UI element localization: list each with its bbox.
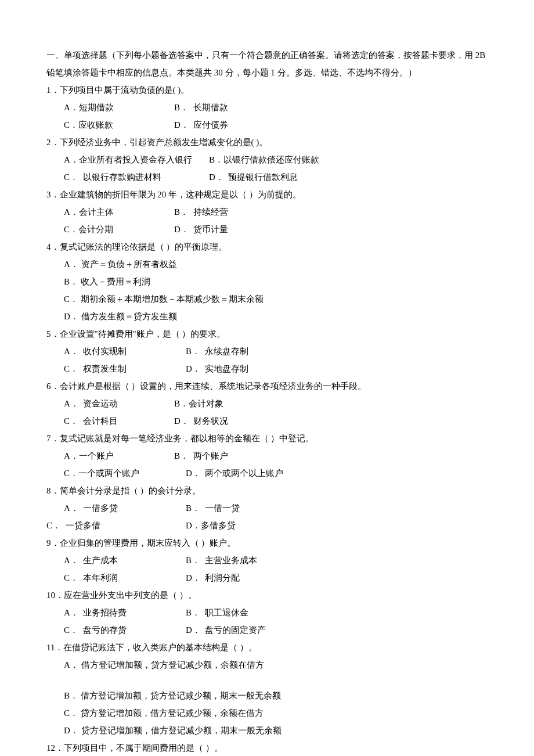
option-a: A． 一借多贷 <box>46 499 186 517</box>
question-5: 5．企业设置"待摊费用"账户，是（ ）的要求。 A． 收付实现制 B． 永续盘存… <box>46 325 488 377</box>
question-10: 10．应在营业外支出中列支的是（ ）。 A． 业务招待费 B． 职工退休金 C．… <box>46 586 488 639</box>
option-d: D． 贷方登记增加额，借方登记减少额，期末一般无余额 <box>46 722 488 739</box>
option-d: D． 利润分配 <box>186 569 240 586</box>
option-b: B． 长期借款 <box>174 99 228 116</box>
question-stem: 9．企业归集的管理费用，期末应转入（ ）账户。 <box>46 534 488 552</box>
question-stem: 12．下列项目中，不属于期间费用的是（ ）。 <box>46 739 488 757</box>
question-stem: 11．在借贷记账法下，收入类账户的基本结构是（ ）。 <box>46 639 488 656</box>
option-a: A． 资金运动 <box>46 395 174 412</box>
question-11: 11．在借贷记账法下，收入类账户的基本结构是（ ）。 A． 借方登记增加额，贷方… <box>46 639 488 739</box>
option-b: B． 持续经营 <box>174 203 228 221</box>
option-b: B． 借方登记增加额，贷方登记减少额，期末一般无余额 <box>46 687 488 704</box>
option-d: D．多借多贷 <box>186 517 236 534</box>
option-b: B． 职工退休金 <box>186 604 248 621</box>
question-3: 3．企业建筑物的折旧年限为 20 年，这种规定是以（ ）为前提的。 A．会计主体… <box>46 186 488 238</box>
question-8: 8．简单会计分录是指（ ）的会计分录。 A． 一借多贷 B． 一借一贷 C． 一… <box>46 482 488 534</box>
option-a: A． 借方登记增加额，贷方登记减少额，余额在借方 <box>46 656 488 674</box>
option-d: D． 财务状况 <box>174 412 228 430</box>
option-d: D． 应付债券 <box>174 116 228 134</box>
question-12: 12．下列项目中，不属于期间费用的是（ ）。 A． 营业费用 B． 财务费用 <box>46 739 488 757</box>
question-7: 7．复式记账就是对每一笔经济业务，都以相等的金额在（ ）中登记。 A．一个账户 … <box>46 430 488 482</box>
question-4: 4．复式记账法的理论依据是（ ）的平衡原理。 A． 资产＝负债＋所有者权益 B．… <box>46 238 488 325</box>
section-header: 一、单项选择题（下列每小题备选答案中，只有一个符合题意的正确答案。请将选定的答案… <box>46 46 488 81</box>
question-stem: 3．企业建筑物的折旧年限为 20 年，这种规定是以（ ）为前提的。 <box>46 186 488 203</box>
option-b: B． 两个账户 <box>174 447 228 465</box>
option-d: D． 盘亏的固定资产 <box>186 621 266 639</box>
question-2: 2．下列经济业务中，引起资产总额发生增减变化的是( )。 A．企业所有者投入资金… <box>46 134 488 186</box>
option-d: D． 预提银行借款利息 <box>209 168 298 186</box>
option-a: A． 业务招待费 <box>46 604 186 621</box>
question-stem: 7．复式记账就是对每一笔经济业务，都以相等的金额在（ ）中登记。 <box>46 430 488 447</box>
option-c: C． 本年利润 <box>46 569 186 586</box>
option-c: C． 一贷多借 <box>46 517 186 534</box>
question-6: 6．会计账户是根据（ ）设置的，用来连续、系统地记录各项经济业务的一种手段。 A… <box>46 377 488 430</box>
option-a: A．会计主体 <box>46 203 174 221</box>
option-b: B． 永续盘存制 <box>186 343 248 360</box>
option-b: B． 主营业务成本 <box>186 552 257 569</box>
option-c: C． 以银行存款购进材料 <box>46 168 209 186</box>
option-a: A．企业所有者投入资金存入银行 <box>46 151 209 168</box>
question-stem: 4．复式记账法的理论依据是（ ）的平衡原理。 <box>46 238 488 255</box>
option-a: A． 资产＝负债＋所有者权益 <box>46 255 488 273</box>
option-a: A．一个账户 <box>46 447 174 465</box>
option-c: C． 权责发生制 <box>46 360 186 377</box>
question-stem: 2．下列经济业务中，引起资产总额发生增减变化的是( )。 <box>46 134 488 151</box>
option-a: A． 收付实现制 <box>46 343 186 360</box>
option-b: B． 收入－费用＝利润 <box>46 273 488 290</box>
question-stem: 10．应在营业外支出中列支的是（ ）。 <box>46 586 488 604</box>
question-stem: 1．下列项目中属于流动负债的是( )。 <box>46 81 488 99</box>
option-c: C．会计分期 <box>46 221 174 238</box>
option-d: D． 借方发生额＝贷方发生额 <box>46 308 488 325</box>
option-b: B． 一借一贷 <box>186 499 240 517</box>
option-a: A．短期借款 <box>46 99 174 116</box>
option-c: C．应收账款 <box>46 116 174 134</box>
option-d: D． 两个或两个以上账户 <box>186 465 283 482</box>
option-a: A． 生产成本 <box>46 552 186 569</box>
option-b: B．会计对象 <box>174 395 223 412</box>
option-c: C． 期初余额＋本期增加数－本期减少数＝期末余额 <box>46 290 488 308</box>
question-stem: 8．简单会计分录是指（ ）的会计分录。 <box>46 482 488 499</box>
option-c: C． 会计科目 <box>46 412 174 430</box>
option-c: C．一个或两个账户 <box>46 465 186 482</box>
option-d: D． 货币计量 <box>174 221 228 238</box>
question-stem: 6．会计账户是根据（ ）设置的，用来连续、系统地记录各项经济业务的一种手段。 <box>46 377 488 395</box>
option-b: B．以银行借款偿还应付账款 <box>209 151 319 168</box>
option-d: D． 实地盘存制 <box>186 360 248 377</box>
question-stem: 5．企业设置"待摊费用"账户，是（ ）的要求。 <box>46 325 488 343</box>
question-9: 9．企业归集的管理费用，期末应转入（ ）账户。 A． 生产成本 B． 主营业务成… <box>46 534 488 586</box>
option-c: C． 盘亏的存货 <box>46 621 186 639</box>
question-1: 1．下列项目中属于流动负债的是( )。 A．短期借款 B． 长期借款 C．应收账… <box>46 81 488 134</box>
option-c: C． 贷方登记增加额，借方登记减少额，余额在借方 <box>46 704 488 722</box>
